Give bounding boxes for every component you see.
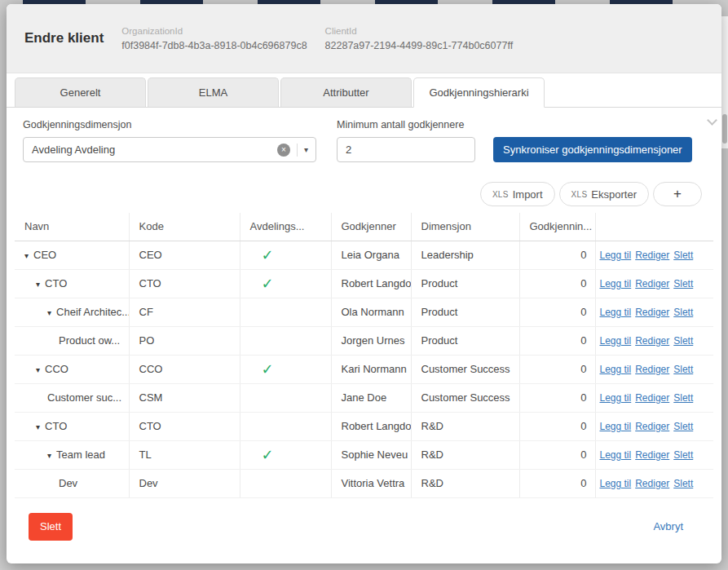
row-action-rediger[interactable]: Rediger xyxy=(635,421,669,432)
xls-import-label: Import xyxy=(513,188,543,201)
table-row: ▾Cheif Architec...CFOla NormannProduct0L… xyxy=(15,298,713,326)
add-node-button[interactable]: + xyxy=(653,182,702,206)
row-action-slett[interactable]: Slett xyxy=(673,278,693,289)
clear-icon[interactable]: × xyxy=(277,144,290,157)
cell-dimension: Customer Success xyxy=(411,383,519,412)
approval-form-row: Godkjenningsdimensjon Avdeling Avdeling … xyxy=(15,119,713,162)
cell-approval-count: 0 xyxy=(519,326,595,355)
collapse-caret-icon[interactable]: ▾ xyxy=(47,451,51,460)
indent-spacer xyxy=(24,398,47,399)
dimension-label: Godkjenningsdimensjon xyxy=(23,119,316,130)
collapse-caret-icon[interactable]: ▾ xyxy=(47,308,51,317)
cell-actions: Legg tilRedigerSlett xyxy=(595,269,713,298)
cell-actions: Legg tilRedigerSlett xyxy=(595,469,713,497)
row-action-legg-til[interactable]: Legg til xyxy=(600,421,632,432)
collapse-caret-icon[interactable]: ▾ xyxy=(24,251,29,260)
cell-approval-count: 0 xyxy=(519,383,595,412)
cancel-link[interactable]: Avbryt xyxy=(653,520,683,532)
cell-code: CF xyxy=(129,298,240,326)
row-action-slett[interactable]: Slett xyxy=(673,307,693,318)
cell-department-check xyxy=(240,298,331,326)
page-scrollbar[interactable] xyxy=(721,16,728,148)
grid-toolbar: XLS Import XLS Eksporter + xyxy=(15,182,713,206)
tab-elma[interactable]: ELMA xyxy=(148,77,279,107)
row-action-slett[interactable]: Slett xyxy=(673,478,693,489)
scrollbar-thumb[interactable] xyxy=(722,114,727,144)
cell-approval-count: 0 xyxy=(519,469,595,497)
tab-godkjenningshierarki[interactable]: Godkjenningshierarki xyxy=(413,77,545,108)
cell-actions: Legg tilRedigerSlett xyxy=(595,241,713,269)
row-action-slett[interactable]: Slett xyxy=(673,392,693,404)
collapse-caret-icon[interactable]: ▾ xyxy=(36,422,40,431)
row-action-legg-til[interactable]: Legg til xyxy=(600,364,632,375)
column-header-godkjenner[interactable]: Godkjenner xyxy=(331,213,411,241)
table-header-row: Navn Kode Avdelings... Godkjenner Dimens… xyxy=(15,213,713,241)
row-action-rediger[interactable]: Rediger xyxy=(635,335,669,347)
min-approvers-input[interactable] xyxy=(337,137,475,162)
cell-name: ▾CEO xyxy=(15,241,129,269)
row-name: Dev xyxy=(59,477,77,489)
collapse-caret-icon[interactable]: ▾ xyxy=(36,280,40,289)
cell-approval-count: 0 xyxy=(519,412,595,440)
row-action-legg-til[interactable]: Legg til xyxy=(600,278,632,289)
collapse-caret-icon[interactable]: ▾ xyxy=(36,365,40,374)
tab-attributter[interactable]: Attributter xyxy=(280,77,412,107)
row-action-rediger[interactable]: Rediger xyxy=(635,392,669,404)
row-action-legg-til[interactable]: Legg til xyxy=(600,392,632,404)
cell-name: ▾CTO xyxy=(15,412,129,440)
cell-code: CEO xyxy=(129,241,240,269)
table-row: Product ow...POJorgen UrnesProduct0Legg … xyxy=(15,326,713,355)
column-header-avdelings[interactable]: Avdelings... xyxy=(240,213,331,241)
row-action-slett[interactable]: Slett xyxy=(673,364,693,375)
cell-approver: Jorgen Urnes xyxy=(331,326,411,355)
dimension-select[interactable]: Avdeling Avdeling × ▾ xyxy=(23,137,316,162)
column-header-kode[interactable]: Kode xyxy=(129,213,240,241)
row-action-slett[interactable]: Slett xyxy=(673,335,693,347)
row-name: CCO xyxy=(45,363,68,375)
row-action-rediger[interactable]: Rediger xyxy=(635,250,669,261)
cell-dimension: Leadership xyxy=(411,241,519,269)
row-action-slett[interactable]: Slett xyxy=(673,250,693,261)
delete-button[interactable]: Slett xyxy=(29,513,73,541)
xls-export-button[interactable]: XLS Eksporter xyxy=(559,182,649,206)
row-action-legg-til[interactable]: Legg til xyxy=(600,335,632,347)
column-header-godkjennin[interactable]: Godkjennin... xyxy=(519,213,595,241)
column-header-navn[interactable]: Navn xyxy=(15,213,129,241)
indent-spacer xyxy=(24,284,36,285)
row-action-rediger[interactable]: Rediger xyxy=(635,478,669,489)
row-action-rediger[interactable]: Rediger xyxy=(635,307,669,318)
sync-dimensions-button[interactable]: Synkroniser godkjenningsdimensjoner xyxy=(493,137,692,162)
xls-import-button[interactable]: XLS Import xyxy=(480,182,555,206)
tab-content: Godkjenningsdimensjon Avdeling Avdeling … xyxy=(7,108,721,498)
cell-name: ▾Cheif Architec... xyxy=(15,298,129,326)
cell-department-check: ✓ xyxy=(240,241,331,269)
cell-approver: Kari Normann xyxy=(331,355,411,383)
organization-id-label: OrganizationId xyxy=(121,26,307,36)
cell-approval-count: 0 xyxy=(519,355,595,383)
chevron-down-icon[interactable]: ▾ xyxy=(304,145,308,154)
client-id-group: ClientId 82287a97-2194-4499-89c1-774b0c6… xyxy=(325,26,514,51)
row-action-legg-til[interactable]: Legg til xyxy=(600,449,632,461)
row-action-legg-til[interactable]: Legg til xyxy=(600,307,632,318)
cell-approver: Robert Langdon xyxy=(331,412,411,440)
row-action-legg-til[interactable]: Legg til xyxy=(600,478,632,489)
table-row: ▾CTOCTO✓Robert LangdonProduct0Legg tilRe… xyxy=(15,269,713,298)
cell-department-check xyxy=(240,383,331,412)
row-action-rediger[interactable]: Rediger xyxy=(635,364,669,375)
row-action-legg-til[interactable]: Legg til xyxy=(600,250,632,261)
check-icon: ✓ xyxy=(262,447,274,463)
cell-department-check: ✓ xyxy=(240,269,331,298)
cell-actions: Legg tilRedigerSlett xyxy=(595,412,713,440)
tab-generelt[interactable]: Generelt xyxy=(15,77,146,107)
row-action-slett[interactable]: Slett xyxy=(673,449,693,461)
cell-approver: Jane Doe xyxy=(331,383,411,412)
row-action-rediger[interactable]: Rediger xyxy=(635,449,669,461)
cell-code: PO xyxy=(129,326,240,355)
row-name: CTO xyxy=(45,277,67,289)
row-action-rediger[interactable]: Rediger xyxy=(635,278,669,289)
cell-actions: Legg tilRedigerSlett xyxy=(595,326,713,355)
column-header-dimensjon[interactable]: Dimensjon xyxy=(411,213,519,241)
cell-department-check xyxy=(240,469,331,497)
row-action-slett[interactable]: Slett xyxy=(673,421,693,432)
cell-name: Product ow... xyxy=(15,326,129,355)
